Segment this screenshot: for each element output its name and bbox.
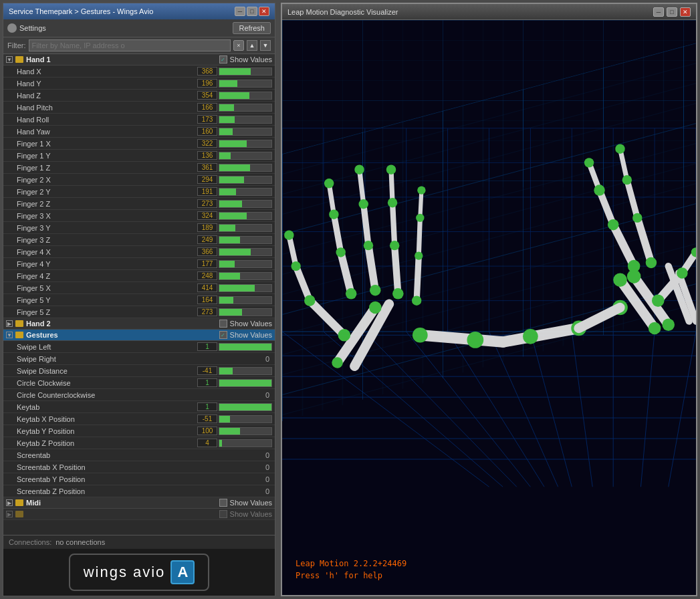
filter-up-button[interactable]: ▲	[247, 40, 257, 51]
brand-text: wings avio	[84, 564, 166, 581]
list-item[interactable]: Hand Pitch 166	[3, 102, 275, 114]
progress-bar	[219, 212, 272, 220]
list-item[interactable]: Finger 4 X 366	[3, 246, 275, 258]
row-label: Finger 2 X	[17, 176, 197, 184]
connections-label: Connections:	[9, 538, 51, 546]
list-item[interactable]: Finger 1 Z 361	[3, 162, 275, 174]
list-item[interactable]: Finger 2 Y 191	[3, 186, 275, 198]
hand2-header[interactable]: ▶ Hand 2 Show Values	[3, 318, 275, 330]
value-badge: 1	[197, 402, 217, 411]
hand1-expand-icon[interactable]: ▼	[6, 56, 13, 63]
maximize-button[interactable]: □	[247, 7, 257, 16]
list-item[interactable]: Circle Clockwise 1	[3, 377, 275, 389]
hand1-header[interactable]: ▼ Hand 1 ✓ Show Values	[3, 54, 275, 66]
list-item[interactable]: Hand Y 196	[3, 78, 275, 90]
viz-overlay: Leap Motion 2.2.2+24469 Press 'h' for he…	[296, 558, 406, 582]
list-item[interactable]: Screentab X Position 0	[3, 461, 275, 473]
brand-box: wings avio A	[69, 554, 210, 591]
progress-bar	[219, 403, 272, 411]
row-label: Hand Pitch	[17, 104, 197, 112]
list-item[interactable]: Finger 2 Z 273	[3, 198, 275, 210]
midi-expand-icon[interactable]: ▶	[6, 499, 13, 506]
row-label: Finger 3 Y	[17, 224, 197, 232]
gestures-header[interactable]: ▼ Gestures ✓ Show Values	[3, 330, 275, 341]
progress-bar-fill	[219, 104, 234, 111]
progress-bar-fill	[219, 68, 251, 75]
row-label: Finger 1 Y	[17, 152, 197, 160]
list-item[interactable]: Keytab Z Position 4	[3, 437, 275, 449]
viz-maximize-button[interactable]: □	[667, 7, 677, 17]
hand2-folder-icon	[15, 320, 23, 327]
list-item[interactable]: Finger 3 Z 249	[3, 234, 275, 246]
filter-input[interactable]	[29, 39, 231, 51]
close-button[interactable]: ✕	[259, 7, 269, 16]
progress-bar-fill	[219, 416, 230, 423]
list-item[interactable]: Hand Z 354	[3, 90, 275, 102]
midi-label: Midi	[26, 499, 217, 507]
list-item[interactable]: Hand Roll 173	[3, 114, 275, 126]
list-item[interactable]: Finger 4 Y 177	[3, 258, 275, 270]
value-badge: 294	[197, 175, 217, 184]
gestures-show-values: ✓ Show Values	[219, 331, 272, 339]
progress-bar-fill	[219, 368, 233, 374]
minimize-button[interactable]: ─	[235, 7, 245, 16]
list-item[interactable]: Swipe Left 1	[3, 341, 275, 353]
list-item[interactable]: Finger 4 Z 248	[3, 270, 275, 282]
list-item[interactable]: Hand X 368	[3, 66, 275, 78]
row-label: Screentab Y Position	[17, 475, 143, 483]
row-label: Swipe Right	[17, 355, 143, 363]
list-item[interactable]: Finger 5 Y 164	[3, 294, 275, 306]
viz-minimize-button[interactable]: ─	[653, 7, 664, 17]
list-item[interactable]: Swipe Distance -41	[3, 365, 275, 377]
list-item[interactable]: Finger 1 Y 136	[3, 150, 275, 162]
viz-close-button[interactable]: ✕	[680, 7, 691, 17]
row-label: Screentab Z Position	[17, 487, 143, 495]
progress-bar-fill	[219, 80, 237, 87]
value-badge: 1	[197, 378, 217, 387]
filter-down-button[interactable]: ▼	[260, 40, 271, 51]
row-label: Keytab X Position	[17, 415, 197, 423]
list-item[interactable]: Finger 5 X 414	[3, 282, 275, 294]
svg-point-79	[417, 186, 425, 194]
progress-bar	[219, 367, 272, 375]
svg-point-74	[388, 198, 397, 207]
svg-point-71	[354, 164, 364, 174]
branding: wings avio A	[3, 549, 275, 596]
progress-bar	[219, 284, 272, 292]
zero-value: 0	[143, 451, 272, 459]
svg-point-70	[359, 199, 368, 209]
list-item[interactable]: Finger 3 X 324	[3, 210, 275, 222]
list-item[interactable]: Keytab X Position -51	[3, 413, 275, 425]
gestures-expand-icon[interactable]: ▼	[6, 332, 13, 338]
value-badge: 322	[197, 139, 217, 148]
midi-show-values-checkbox[interactable]	[219, 499, 227, 507]
zero-value: 0	[143, 487, 272, 495]
list-item[interactable]: Finger 5 Z 273	[3, 306, 275, 318]
list-item[interactable]: Screentab Y Position 0	[3, 473, 275, 485]
list-item[interactable]: Keytab Y Position 100	[3, 425, 275, 437]
list-item[interactable]: Finger 3 Y 189	[3, 222, 275, 234]
viz-overlay-line1: Leap Motion 2.2.2+24469	[296, 558, 406, 570]
list-item[interactable]: Swipe Right 0	[3, 353, 275, 365]
progress-bar-fill	[219, 380, 271, 386]
list-item[interactable]: Screentab 0	[3, 449, 275, 461]
list-item[interactable]: Finger 2 X 294	[3, 174, 275, 186]
filter-clear-button[interactable]: ×	[233, 40, 244, 51]
gestures-show-values-checkbox[interactable]: ✓	[219, 331, 227, 339]
progress-bar	[219, 68, 272, 76]
hand2-expand-icon[interactable]: ▶	[6, 320, 13, 327]
list-item[interactable]: Circle Counterclockwise 0	[3, 389, 275, 401]
list-item[interactable]: Keytab 1	[3, 401, 275, 413]
progress-bar	[219, 80, 272, 88]
list-item[interactable]: Hand Yaw 160	[3, 126, 275, 138]
hand2-show-values-checkbox[interactable]	[219, 320, 227, 328]
midi-header[interactable]: ▶ Midi Show Values	[3, 497, 275, 509]
list-item[interactable]: Screentab Z Position 0	[3, 485, 275, 497]
list-item[interactable]: Finger 1 X 322	[3, 138, 275, 150]
progress-bar-fill	[219, 152, 231, 159]
progress-bar	[219, 308, 272, 316]
refresh-button[interactable]: Refresh	[233, 22, 271, 34]
row-label: Swipe Left	[17, 343, 197, 351]
progress-bar	[219, 164, 272, 172]
hand1-show-values-checkbox[interactable]: ✓	[219, 55, 227, 64]
